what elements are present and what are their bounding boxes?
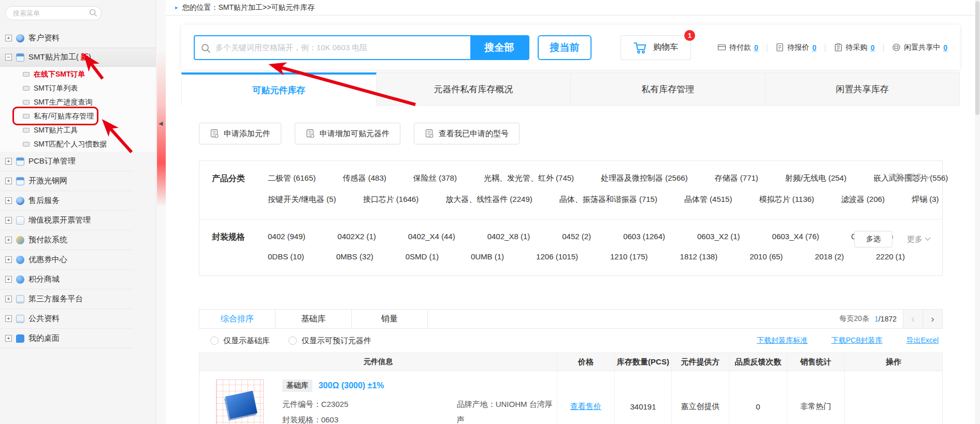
radio-icon[interactable] [210,337,219,345]
package-item[interactable]: 0603_X4 (76) [772,232,819,241]
package-item[interactable]: 0UMB (1) [471,252,504,261]
clear-filter-button[interactable]: 清除 [888,172,904,182]
expand-icon[interactable]: + [5,178,12,184]
package-item[interactable]: 2010 (65) [750,252,783,261]
expand-icon[interactable]: + [5,315,12,322]
category-item[interactable]: 存储器 (771) [715,173,758,183]
collapse-icon[interactable]: − [5,54,12,61]
package-item[interactable]: 1812 (138) [680,252,718,261]
radio-preorder-only[interactable]: 仅显示可预订元器件 [289,336,371,346]
sidebar-item-smt-progress[interactable]: SMT生产进度查询 [0,95,156,109]
category-item[interactable]: 晶体、振荡器和谐振器 (715) [559,195,657,204]
category-item[interactable]: 光耦、发光管、红外 (745) [484,173,574,183]
sidebar-splitter[interactable]: ◀ [157,0,166,424]
view-price-link[interactable]: 查看售价 [570,402,601,412]
package-item[interactable]: 0452 (2) [562,232,591,241]
package-item[interactable]: 0603_X2 (1) [697,232,740,241]
sort-tab-comprehensive[interactable]: 综合排序 [199,310,276,328]
expand-icon[interactable]: + [5,35,12,41]
sidebar-item-public-data[interactable]: + 公共资料 [0,309,133,328]
package-item[interactable]: 0DBS (10) [268,252,304,261]
category-item[interactable]: 处理器及微控制器 (2566) [601,173,688,183]
cart-button[interactable]: 购物车 1 [621,35,691,60]
category-item[interactable]: 接口芯片 (1646) [363,195,419,204]
download-package-standard-link[interactable]: 下载封装库标准 [757,336,808,345]
sidebar-item-my-desktop[interactable]: + 我的桌面 [0,329,133,348]
search-current-button[interactable]: 搜当前 [538,35,592,60]
tab-private-management[interactable]: 私有库存管理 [571,72,766,106]
pending-payment-link[interactable]: 待付款 0 [717,43,758,52]
sort-tab-sales[interactable]: 销量 [352,310,428,328]
category-item[interactable]: 射频/无线电 (254) [785,173,846,183]
package-item[interactable]: 0402_X8 (1) [487,232,530,241]
package-item[interactable]: 1206 (1015) [536,252,578,261]
sidebar-item-third-party[interactable]: + 第三方服务平台 [0,289,133,309]
package-item[interactable]: 2018 (2) [815,252,844,261]
search-input[interactable] [195,36,470,59]
category-item[interactable]: 晶体管 (4515) [684,195,732,204]
sort-tab-base-library[interactable]: 基础库 [276,310,352,328]
download-pcb-library-link[interactable]: 下载PCB封装库 [831,336,883,345]
radio-base-library-only[interactable]: 仅显示基础库 [210,336,270,346]
package-item[interactable]: 0402X2 (1) [338,232,376,241]
sidebar-item-laser-stencil[interactable]: + 开激光钢网 [0,171,133,191]
package-item[interactable]: 0SMD (1) [406,252,439,261]
package-item[interactable]: 0402_X4 (44) [408,232,455,241]
radio-icon[interactable] [289,337,297,345]
scrollbar-thumb[interactable] [975,1,979,115]
expand-icon[interactable]: + [5,296,12,302]
apply-add-placeable-button[interactable]: 申请增加可贴元器件 [295,123,400,144]
export-excel-link[interactable]: 导出Excel [906,336,939,345]
more-categories-button[interactable]: 更多 [907,172,923,182]
tab-private-overview[interactable]: 元器件私有库存概况 [377,72,571,106]
sidebar-item-prepayment[interactable]: + 预付款系统 [0,230,133,250]
category-item[interactable]: 滤波器 (206) [841,195,885,204]
sidebar-item-private-inventory[interactable]: 私有/可贴库存管理 [0,109,156,123]
tab-idle-shared[interactable]: 闲置共享库存 [766,72,960,106]
prev-page-button[interactable]: ‹ [903,310,923,328]
more-packages-button[interactable]: 更多 [907,235,923,244]
category-item[interactable]: 按键开关/继电器 (5) [268,195,336,204]
tab-placeable-inventory[interactable]: 可贴元件库存 [181,72,377,106]
category-item[interactable]: 焊锡 (3) [912,195,939,204]
package-item[interactable]: 1210 (175) [610,252,648,261]
sidebar-item-smt-tools[interactable]: SMT贴片工具 [0,123,156,137]
expand-icon[interactable]: + [5,256,12,263]
category-item[interactable]: 二极管 (6165) [268,173,316,183]
expand-icon[interactable]: + [5,197,12,204]
next-page-button[interactable]: › [923,310,942,328]
pending-purchase-link[interactable]: 待采购 0 [834,43,875,52]
expand-icon[interactable]: + [5,158,12,165]
sidebar-item-vat-invoice[interactable]: + 增值税票开票管理 [0,211,133,230]
sidebar-item-smt-processing[interactable]: − SMT贴片加工( 新) [0,48,156,67]
category-item[interactable]: 传感器 (483) [343,173,386,183]
view-my-applications-button[interactable]: 查看我已申请的型号 [414,123,520,144]
sidebar-item-smt-habit-data[interactable]: SMT匹配个人习惯数据 [0,137,156,151]
expand-icon[interactable]: + [5,276,12,283]
collapse-sidebar-icon[interactable]: ◀ [158,120,163,127]
sidebar-item-points-mall[interactable]: + 积分商城 [0,270,133,289]
package-item[interactable]: 2220 (1) [876,252,905,261]
package-item[interactable]: 0402 (949) [268,232,306,241]
sidebar-item-pcb-orders[interactable]: + PCB订单管理 [0,152,133,171]
idle-sharing-link[interactable]: 闲置共享中 0 [892,43,947,52]
expand-icon[interactable]: + [5,335,12,342]
category-item[interactable]: 保险丝 (378) [413,173,457,183]
scrollbar[interactable] [975,0,980,424]
sidebar-item-customer-data[interactable]: + 客户资料 [0,28,156,48]
component-image[interactable] [216,379,264,424]
apply-add-component-button[interactable]: 申请添加元件 [199,123,281,144]
sidebar-search-input[interactable] [5,6,102,20]
multi-select-button[interactable]: 多选 [854,231,892,247]
expand-icon[interactable]: + [5,237,12,243]
category-item[interactable]: 放大器、线性器件 (2249) [445,195,532,204]
category-item[interactable]: 模拟芯片 (1136) [759,195,814,204]
expand-icon[interactable]: + [5,217,12,224]
sidebar-item-coupon-center[interactable]: + 优惠券中心 [0,250,133,269]
sidebar-item-smt-order-list[interactable]: SMT订单列表 [0,81,156,95]
sidebar-item-after-sales[interactable]: + 售后服务 [0,191,133,210]
package-item[interactable]: 0MBS (32) [336,252,373,261]
pending-quote-link[interactable]: 待报价 0 [775,43,816,52]
sidebar-item-place-smt-order[interactable]: 在线下SMT订单 [0,67,156,81]
package-item[interactable]: 0603 (1264) [623,232,665,241]
